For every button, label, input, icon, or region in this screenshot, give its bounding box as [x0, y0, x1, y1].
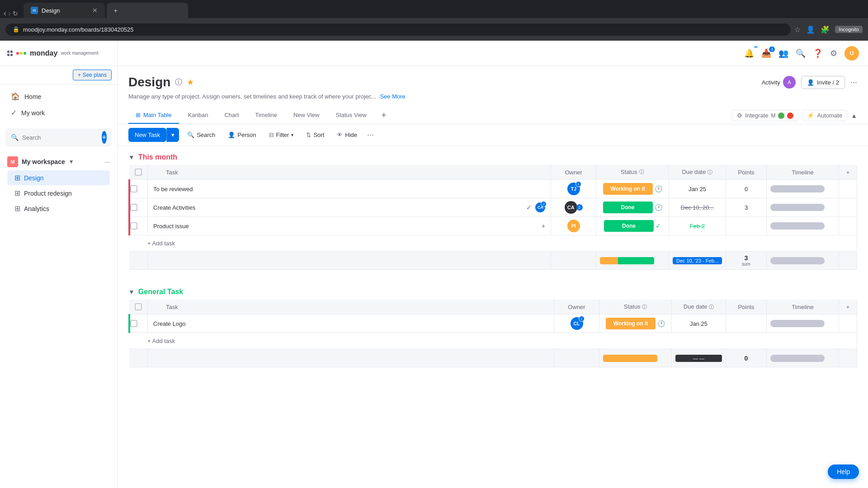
general-task-add-task-button[interactable]: + Add task	[129, 336, 857, 346]
header-add-col[interactable]: +	[839, 165, 857, 180]
integrate-button[interactable]: ⚙ Integrate M	[732, 110, 798, 121]
board-more-button[interactable]: ···	[850, 78, 857, 87]
gt-select-all-checkbox[interactable]	[135, 303, 142, 310]
sidebar-item-design[interactable]: ⊞ Design	[7, 170, 110, 185]
reload-icon[interactable]: ↻	[13, 10, 18, 17]
tab-close-button[interactable]: ✕	[92, 7, 98, 14]
user-avatar[interactable]: U	[844, 46, 859, 61]
help-button[interactable]: Help	[828, 465, 859, 479]
see-more-link[interactable]: See More	[380, 93, 405, 100]
address-bar[interactable]: 🔒 moodjoy.monday.com/boards/1830420525	[5, 23, 791, 36]
sidebar-item-home[interactable]: 🏠 Home	[4, 89, 113, 104]
filter-toolbar-button[interactable]: ⊟ Filter ▾	[264, 129, 298, 141]
hide-toolbar-button[interactable]: 👁 Hide	[332, 129, 362, 141]
row1-add-col	[839, 180, 857, 198]
incognito-badge: Incognito	[835, 26, 863, 33]
tab-new-view[interactable]: New View	[286, 107, 327, 124]
row1-checkbox[interactable]	[130, 185, 137, 192]
row3-priority-icon[interactable]: ✓	[656, 222, 661, 230]
tab-timeline[interactable]: Timeline	[248, 107, 284, 124]
section-general-task-collapse[interactable]: ▼	[128, 288, 135, 296]
sort-toolbar-button[interactable]: ⇅ Sort	[302, 129, 329, 141]
gt-duedate-info-icon[interactable]: ⓘ	[709, 304, 714, 310]
people-icon[interactable]: 👥	[778, 48, 788, 58]
row1-status-cell[interactable]: Working on it 🕐	[596, 180, 669, 198]
chart-label: Chart	[224, 112, 239, 118]
board-label-analytics: Analytics	[24, 205, 49, 212]
gt-row1-status-cell[interactable]: Working on it 🕐	[599, 314, 672, 333]
search-icon-top[interactable]: 🔍	[796, 48, 806, 58]
tab-chart[interactable]: Chart	[217, 107, 246, 124]
automate-button[interactable]: ⚡ Automate	[802, 110, 847, 121]
row2-check-icon[interactable]: ✓	[526, 204, 532, 211]
toolbar-more-button[interactable]: ···	[365, 128, 376, 141]
tab-status-view[interactable]: Status View	[328, 107, 373, 124]
this-month-add-task-button[interactable]: + Add task	[129, 238, 857, 249]
bell-icon[interactable]: 🔔	[744, 48, 754, 58]
collapse-button[interactable]: ▲	[851, 112, 857, 119]
nav-forward-icon[interactable]: ›	[8, 9, 11, 18]
row3-duedate-cell: Feb 2	[669, 217, 726, 235]
board-header: Design ⓘ ★ Activity A 👤 Invite / 2 ···	[118, 66, 868, 100]
add-view-button[interactable]: +	[377, 109, 390, 122]
activity-button[interactable]: Activity A	[762, 76, 796, 89]
summary-bars	[600, 257, 654, 264]
duedate-info-icon[interactable]: ⓘ	[708, 169, 712, 175]
row3-action-icon[interactable]: +	[542, 222, 545, 230]
browser-tabs: ‹ › ↻ m Design ✕ +	[0, 0, 868, 18]
inbox-icon[interactable]: 📥 3	[761, 48, 771, 58]
settings-icon-top[interactable]: ⚙	[830, 48, 837, 58]
sidebar-item-product-redesign[interactable]: ⊞ Product redesign	[7, 186, 110, 201]
new-task-button[interactable]: New Task	[128, 128, 166, 142]
monday-logo: monday work management	[16, 49, 99, 57]
gt-row1-priority-icon[interactable]: 🕐	[657, 320, 665, 327]
row3-status-cell[interactable]: Done ✓	[596, 217, 669, 235]
board-subtitle: Manage any type of project. Assign owner…	[128, 93, 857, 100]
row2-checkbox[interactable]	[130, 204, 137, 211]
gt-row1-checkbox[interactable]	[130, 320, 137, 327]
section-this-month-collapse[interactable]: ▼	[128, 154, 135, 161]
add-new-button[interactable]: +	[102, 131, 107, 144]
board-star-icon[interactable]: ★	[187, 77, 194, 87]
automate-label: Automate	[817, 112, 842, 119]
sidebar-search-input[interactable]	[22, 134, 98, 141]
new-task-dropdown-button[interactable]: ▾	[166, 128, 179, 142]
activity-label: Activity	[762, 79, 780, 86]
invite-button[interactable]: 👤 Invite / 2	[801, 76, 845, 89]
sidebar-item-analytics[interactable]: ⊞ Analytics	[7, 201, 110, 216]
gt-row1-owner-cell: CL 1	[554, 314, 599, 333]
row2-status-cell[interactable]: Done 🕐	[596, 198, 669, 217]
extension-icon[interactable]: 🧩	[821, 25, 830, 34]
board-area: Design ⓘ ★ Activity A 👤 Invite / 2 ···	[118, 66, 868, 488]
search-toolbar-button[interactable]: 🔍 Search	[183, 129, 220, 141]
help-icon-top[interactable]: ❓	[813, 48, 823, 58]
row2-priority-icon[interactable]: 🕐	[655, 204, 662, 211]
nav-back-icon[interactable]: ‹	[4, 9, 6, 18]
board-info-icon[interactable]: ⓘ	[175, 78, 182, 87]
app-grid-icon[interactable]	[7, 51, 13, 56]
row1-duedate-cell: Jan 25	[669, 180, 726, 198]
new-view-label: New View	[293, 112, 320, 118]
person-toolbar-button[interactable]: 👤 Person	[223, 129, 260, 141]
tab-kanban[interactable]: Kanban	[181, 107, 216, 124]
search-toolbar-icon: 🔍	[187, 131, 194, 138]
active-tab[interactable]: m Design ✕	[24, 3, 105, 18]
status-info-icon[interactable]: ⓘ	[639, 169, 644, 175]
sidebar-item-mywork[interactable]: ✓ My work	[4, 105, 113, 121]
row1-priority-icon[interactable]: 🕐	[655, 185, 662, 192]
gt-header-add[interactable]: +	[839, 300, 857, 314]
tab-main-table[interactable]: ⊞ Main Table	[128, 107, 179, 124]
gt-row1-points-cell	[726, 314, 767, 333]
row3-checkbox[interactable]	[130, 222, 137, 230]
workspace-more-icon[interactable]: ···	[104, 158, 110, 165]
gt-header-checkbox	[129, 300, 148, 314]
bookmark-icon[interactable]: ☆	[794, 25, 801, 34]
select-all-checkbox[interactable]	[135, 169, 142, 176]
new-tab-button[interactable]: +	[107, 3, 188, 18]
main-table-icon: ⊞	[136, 112, 141, 118]
workspace-header[interactable]: M My workspace ▼ ···	[5, 154, 112, 170]
profile-icon[interactable]: 👤	[806, 25, 815, 34]
see-plans-button[interactable]: + See plans	[73, 70, 112, 80]
new-task-wrap: New Task ▾	[128, 128, 179, 142]
gt-status-info-icon[interactable]: ⓘ	[642, 304, 647, 310]
